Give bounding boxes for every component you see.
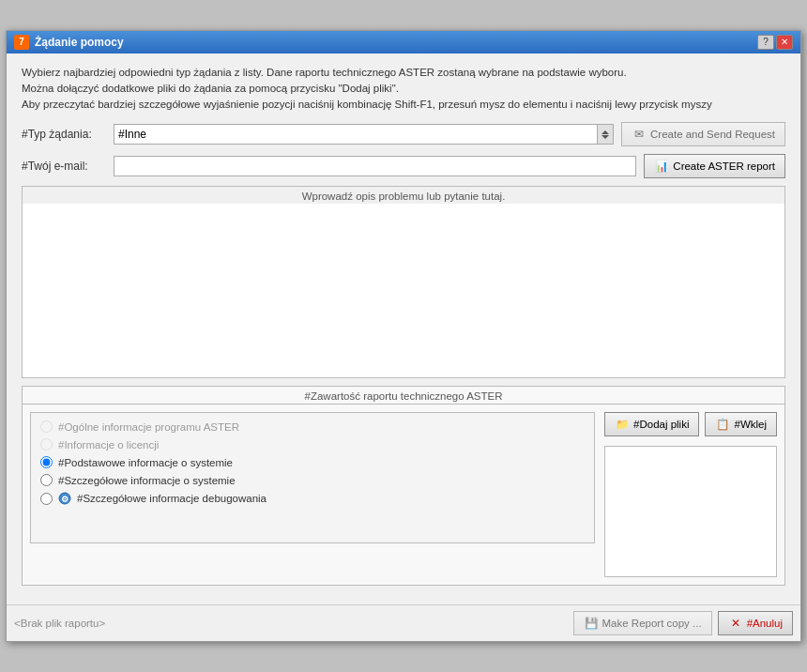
main-content: Wybierz najbardziej odpowiedni typ żądan… <box>7 53 800 605</box>
email-row: #Twój e-mail: 📊 Create ASTER report <box>22 154 785 178</box>
radio-basic[interactable] <box>40 456 53 468</box>
make-report-copy-label: Make Report copy ... <box>602 618 702 629</box>
email-label: #Twój e-mail: <box>22 160 106 173</box>
radio-item-detailed[interactable]: #Szczegółowe informacje o systemie <box>40 474 585 486</box>
type-select-wrapper: #Inne <box>114 124 614 145</box>
report-section: #Zawartość raportu technicznego ASTER #O… <box>22 386 785 586</box>
radio-general[interactable] <box>40 420 53 433</box>
create-send-button[interactable]: ✉ Create and Send Request <box>621 122 785 146</box>
select-arrow-icon[interactable] <box>597 124 614 145</box>
report-buttons-row: 📁 #Dodaj pliki 📋 #Wklej <box>604 412 777 436</box>
radio-basic-label: #Podstawowe informacje o systemie <box>58 457 233 468</box>
arrow-up-icon <box>601 130 609 134</box>
info-line1: Wybierz najbardziej odpowiedni typ żądan… <box>22 65 785 81</box>
info-line2: Można dołączyć dodatkowe pliki do żądani… <box>22 81 785 97</box>
info-line3: Aby przeczytać bardziej szczegółowe wyja… <box>22 97 785 113</box>
type-row: #Typ żądania: #Inne ✉ Create and Send Re… <box>22 122 785 146</box>
svg-text:⚙: ⚙ <box>61 495 69 504</box>
create-aster-button[interactable]: 📊 Create ASTER report <box>644 154 785 178</box>
description-label: Wprowadź opis problemu lub pytanie tutaj… <box>23 187 784 204</box>
report-section-label: #Zawartość raportu technicznego ASTER <box>23 387 784 405</box>
debug-special-icon: ⚙ <box>58 492 71 505</box>
main-window: 7 Żądanie pomocy ? ✕ Wybierz najbardziej… <box>6 30 801 643</box>
bottom-right-buttons: 💾 Make Report copy ... ✕ #Anuluj <box>573 611 793 635</box>
add-files-button[interactable]: 📁 #Dodaj pliki <box>604 412 699 436</box>
radio-debug[interactable] <box>40 493 53 505</box>
paste-label: #Wklej <box>734 419 767 430</box>
titlebar-left: 7 Żądanie pomocy <box>14 35 124 50</box>
arrow-down-icon <box>601 135 609 139</box>
help-button[interactable]: ? <box>757 35 774 50</box>
description-content <box>23 204 784 377</box>
cancel-button[interactable]: ✕ #Anuluj <box>718 611 793 635</box>
titlebar-buttons: ? ✕ <box>757 35 793 50</box>
cancel-label: #Anuluj <box>747 618 783 629</box>
radio-item-debug[interactable]: ⚙ #Szczegółowe informacje debugowania <box>40 492 585 505</box>
close-button[interactable]: ✕ <box>776 35 793 50</box>
report-left: #Ogólne informacje programu ASTER #Infor… <box>30 412 595 577</box>
radio-detailed[interactable] <box>40 474 53 486</box>
radio-license[interactable] <box>40 438 53 451</box>
folder-icon: 📁 <box>615 417 630 432</box>
x-icon: ✕ <box>728 616 743 631</box>
email-input[interactable] <box>114 156 636 176</box>
radio-general-label: #Ogólne informacje programu ASTER <box>58 421 239 433</box>
description-textarea[interactable] <box>28 209 779 369</box>
type-label: #Typ żądania: <box>22 128 106 141</box>
titlebar: 7 Żądanie pomocy ? ✕ <box>7 31 800 53</box>
radio-item-basic[interactable]: #Podstawowe informacje o systemie <box>40 456 585 468</box>
radio-group: #Ogólne informacje programu ASTER #Infor… <box>30 412 595 543</box>
radio-item-general[interactable]: #Ogólne informacje programu ASTER <box>40 420 585 433</box>
envelope-icon: ✉ <box>632 127 647 142</box>
type-select[interactable]: #Inne <box>114 124 614 145</box>
report-right: 📁 #Dodaj pliki 📋 #Wklej <box>604 412 777 577</box>
description-section: Wprowadź opis problemu lub pytanie tutaj… <box>22 186 785 378</box>
app-icon: 7 <box>14 35 29 50</box>
make-report-copy-button[interactable]: 💾 Make Report copy ... <box>573 611 712 635</box>
radio-detailed-label: #Szczegółowe informacje o systemie <box>58 475 236 486</box>
report-content: #Ogólne informacje programu ASTER #Infor… <box>23 405 784 585</box>
bottom-bar: <Brak plik raportu> 💾 Make Report copy .… <box>7 604 800 641</box>
report-text-area <box>604 446 777 577</box>
paste-button[interactable]: 📋 #Wklej <box>705 412 777 436</box>
save-icon: 💾 <box>584 616 599 631</box>
add-files-label: #Dodaj pliki <box>633 419 689 430</box>
window-title: Żądanie pomocy <box>35 36 124 49</box>
radio-license-label: #Informacje o licencji <box>58 439 159 451</box>
info-text-block: Wybierz najbardziej odpowiedni typ żądan… <box>22 65 785 114</box>
radio-item-license[interactable]: #Informacje o licencji <box>40 438 585 451</box>
create-aster-label: Create ASTER report <box>673 160 775 172</box>
radio-debug-label: #Szczegółowe informacje debugowania <box>77 493 266 504</box>
no-report-text: <Brak plik raportu> <box>14 618 105 629</box>
report-icon: 📊 <box>654 159 669 174</box>
paste-icon: 📋 <box>715 417 730 432</box>
create-send-label: Create and Send Request <box>650 129 775 140</box>
